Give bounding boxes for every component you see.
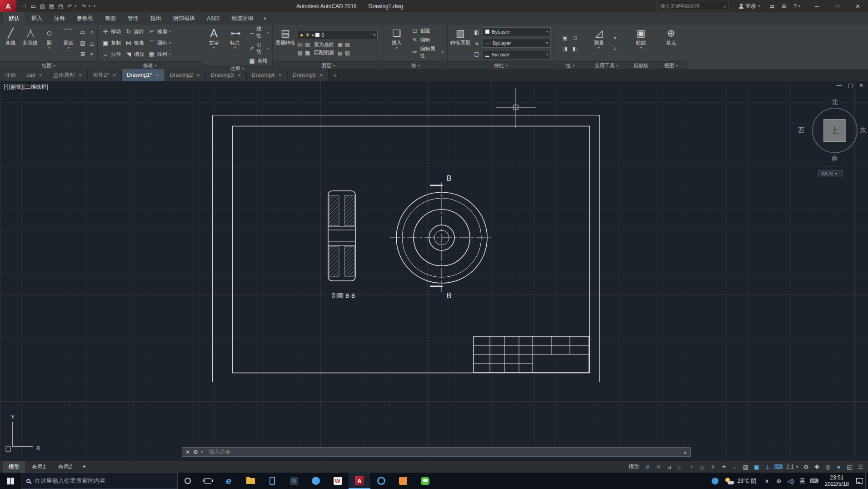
close-tab-icon[interactable]: ✕	[39, 73, 42, 78]
clean-screen-icon[interactable]: ◱	[844, 462, 855, 472]
doc-minimize-icon[interactable]: —	[837, 82, 842, 89]
dimension-button[interactable]: ⇤⇥ 标注 ▾	[225, 25, 245, 64]
panel-label-block[interactable]: 块▾	[384, 61, 447, 69]
dynamic-ucs-icon[interactable]: ⊥	[762, 462, 773, 472]
taskbar-app-your-phone[interactable]	[261, 473, 283, 489]
layer-properties-button[interactable]: ▤ 图层特性	[274, 25, 297, 60]
app-menu-button[interactable]: A	[0, 0, 16, 12]
command-history-icon[interactable]: ▲	[683, 450, 687, 454]
network-icon[interactable]: ⊕	[773, 473, 785, 489]
close-tab-icon[interactable]: ✕	[79, 73, 82, 78]
table-button[interactable]: ▦表格	[247, 57, 270, 64]
cortana-button[interactable]	[178, 473, 198, 489]
maximize-button[interactable]: □	[827, 0, 848, 12]
file-tab-part2[interactable]: 零件2*✕	[88, 69, 122, 81]
layer-tool-icon[interactable]: ▧	[345, 41, 350, 48]
ribbon-tab-a360[interactable]: A360	[201, 12, 225, 25]
lineweight-dropdown[interactable]: ▂ ByLayer ▾	[483, 50, 551, 59]
taskbar-clock[interactable]: 23:51 2022/5/18	[820, 473, 853, 489]
show-desktop-button[interactable]	[865, 473, 868, 489]
osnap-tracking-icon[interactable]: ✛	[708, 462, 718, 472]
close-tab-icon[interactable]: ✕	[112, 73, 116, 78]
lineweight-tool-icon[interactable]: ▢	[473, 49, 481, 59]
lineweight-icon[interactable]: ≡	[729, 462, 740, 472]
layer-tool-icon[interactable]: ▦	[338, 41, 343, 48]
file-tab-assembly[interactable]: 总体装配✕	[48, 69, 88, 81]
quick-calc-icon[interactable]: ⌗	[611, 44, 619, 54]
help-search-input[interactable]: 键入关键字或短语 ⌕	[657, 2, 729, 10]
panel-label-view[interactable]: 视图▾	[655, 61, 687, 69]
move-button[interactable]: ✛移动	[100, 26, 122, 37]
layer-freeze-icon[interactable]: ☀	[305, 32, 310, 38]
match-layer-button[interactable]: 匹配图层	[313, 50, 335, 56]
redo-dropdown-icon[interactable]: ▾	[89, 4, 93, 8]
file-tab-drawing2[interactable]: Drawing2✕	[165, 69, 206, 81]
new-drawing-tab-button[interactable]: +	[329, 69, 341, 81]
point-icon[interactable]: ⌖	[88, 49, 96, 59]
search-icon[interactable]: ⌕	[723, 3, 726, 10]
line-button[interactable]: ╱ 直线	[1, 25, 20, 60]
text-button[interactable]: A 文字 ▾	[204, 25, 224, 64]
workspace-switching-icon[interactable]: ⚙	[801, 462, 811, 472]
layer-lock-icon[interactable]: ▪	[312, 32, 314, 38]
taskbar-search-input[interactable]: 在这里输入你要搜索的内容	[21, 473, 178, 489]
model-space-canvas[interactable]: [-] [俯视] [二维线框] — ▢ ✕ 上 北 南 西 东 WCS▾	[0, 81, 868, 460]
region-icon[interactable]: ⊞	[79, 49, 87, 59]
redo-icon[interactable]: ↷	[80, 1, 88, 11]
task-view-button[interactable]	[198, 473, 218, 489]
help-icon[interactable]: ?▾	[790, 0, 807, 12]
linetype-dropdown[interactable]: — ByLayer ▾	[483, 39, 551, 48]
ribbon-display-toggle-icon[interactable]: ▼	[259, 12, 271, 25]
panel-label-clipboard[interactable]: 剪贴板	[627, 61, 655, 69]
plot-icon[interactable]: ▤	[56, 1, 65, 11]
start-button[interactable]	[0, 473, 21, 489]
make-current-button[interactable]: 置为当前	[313, 41, 335, 48]
taskbar-app-notes[interactable]: N	[283, 473, 305, 489]
edit-block-button[interactable]: ✎编辑	[410, 36, 445, 43]
ortho-icon[interactable]: ∟	[675, 462, 685, 472]
close-button[interactable]: ✕	[848, 0, 868, 12]
ribbon-tab-parametric[interactable]: 参数化	[71, 12, 99, 25]
annotation-scale-button[interactable]: 1:1▾	[784, 462, 800, 472]
layer-tool-icon[interactable]: ▤	[338, 50, 343, 56]
ellipse-icon[interactable]: ○	[88, 27, 96, 37]
layout-tab-layout1[interactable]: 布局1	[26, 461, 52, 473]
linetype-icon[interactable]: ≡	[473, 38, 481, 48]
ribbon-tab-insert[interactable]: 插入	[25, 12, 48, 25]
tray-message-icon[interactable]	[709, 473, 721, 489]
ribbon-tab-output[interactable]: 输出	[145, 12, 167, 25]
a360-icon[interactable]: ⇄	[766, 0, 778, 12]
snap-mode-icon[interactable]: ⌗	[653, 462, 663, 472]
save-as-icon[interactable]: ▦	[47, 1, 56, 11]
ribbon-tab-annotate[interactable]: 注释	[48, 12, 71, 25]
panel-label-annotate[interactable]: 注释▾	[202, 65, 272, 72]
close-tab-icon[interactable]: ✕	[196, 73, 200, 78]
group-select-icon[interactable]: ◧	[571, 44, 580, 54]
layer-tool-icon[interactable]: ▩	[305, 50, 310, 56]
layer-tool-icon[interactable]: ▥	[305, 41, 310, 48]
arc-dropdown-icon[interactable]: ▾	[68, 46, 70, 50]
ribbon-tab-manage[interactable]: 管理	[122, 12, 145, 25]
measure-button[interactable]: ◿ 测量 ▾	[588, 25, 610, 60]
file-tab-start[interactable]: 开始	[0, 69, 21, 81]
create-block-button[interactable]: □创建	[410, 27, 445, 34]
file-tab-drawing5[interactable]: Drawing5✕	[288, 69, 329, 81]
ungroup-icon[interactable]: □	[571, 33, 580, 43]
scale-button[interactable]: ◥缩放	[124, 49, 145, 60]
stretch-button[interactable]: ↔拉伸	[100, 49, 122, 60]
insert-block-button[interactable]: ❏ 插入 ▾	[385, 25, 408, 60]
close-tab-icon[interactable]: ✕	[155, 73, 159, 78]
hidden-icons-chevron[interactable]: ∧	[761, 473, 773, 489]
selection-cycling-icon[interactable]: ▣	[751, 462, 762, 472]
qat-customize-icon[interactable]: ▾	[94, 4, 98, 8]
mirror-button[interactable]: ⋈镜像	[124, 37, 145, 49]
leader-button[interactable]: ↗引线▾	[247, 41, 270, 55]
command-prompt[interactable]: 键入命令	[209, 448, 231, 456]
new-icon[interactable]: □	[20, 1, 29, 11]
panel-label-layers[interactable]: 图层▾	[273, 61, 384, 69]
close-tab-icon[interactable]: ✕	[237, 73, 241, 78]
polar-tracking-icon[interactable]: ◔	[686, 462, 696, 472]
file-tab-drawing1[interactable]: Drawing1*✕	[122, 69, 165, 81]
layer-dropdown-caret-icon[interactable]: ▾	[374, 33, 375, 37]
taskbar-app-file-explorer[interactable]	[239, 473, 261, 489]
